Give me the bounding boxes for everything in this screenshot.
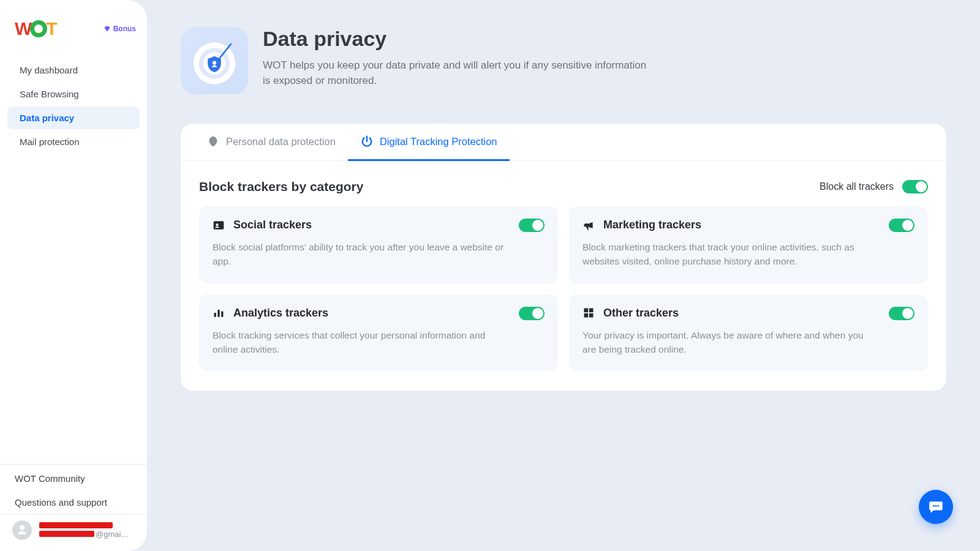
svg-rect-7 [214, 313, 216, 317]
tabs: Personal data protection Digital Trackin… [181, 124, 946, 161]
sidebar-footer: WOT Community Questions and support @gma… [0, 464, 147, 551]
svg-point-14 [933, 505, 935, 507]
block-all-row: Block all trackers [820, 180, 928, 193]
settings-panel: Personal data protection Digital Trackin… [181, 124, 946, 391]
tab-personal-data-protection[interactable]: Personal data protection [194, 124, 348, 161]
page-title: Data privacy [263, 27, 655, 51]
toggle-other-trackers[interactable] [889, 307, 914, 320]
card-desc: Block social platforms' ability to track… [213, 240, 545, 269]
user-meta: @gmai… [39, 522, 129, 539]
link-support[interactable]: Questions and support [15, 497, 132, 508]
page-header: Data privacy WOT helps you keep your dat… [181, 27, 946, 94]
megaphone-icon [582, 219, 595, 231]
header-illustration [181, 27, 248, 94]
tab-digital-tracking-protection[interactable]: Digital Tracking Protection [348, 124, 510, 161]
bar-chart-icon [213, 307, 225, 319]
user-email-redacted [39, 531, 94, 537]
nav-item-my-dashboard[interactable]: My dashboard [7, 59, 140, 81]
tab-label: Personal data protection [226, 136, 336, 148]
svg-point-3 [213, 61, 216, 64]
main-content: Data privacy WOT helps you keep your dat… [147, 0, 980, 551]
svg-rect-13 [589, 313, 594, 318]
grid-icon [582, 307, 595, 319]
card-other-trackers: Other trackers Your privacy is important… [569, 294, 928, 372]
brand-logo[interactable]: WT [15, 18, 57, 39]
svg-rect-8 [217, 310, 219, 317]
card-desc: Block tracking services that collect you… [213, 328, 545, 357]
svg-rect-10 [584, 309, 589, 313]
toggle-analytics-trackers[interactable] [519, 307, 545, 320]
card-social-trackers: Social trackers Block social platforms' … [199, 206, 558, 283]
toggle-marketing-trackers[interactable] [889, 219, 914, 232]
user-name-redacted [39, 522, 113, 528]
diamond-icon [104, 25, 111, 32]
sidebar: WT Bonus My dashboard Safe Browsing Data… [0, 0, 147, 551]
card-analytics-trackers: Analytics trackers Block tracking servic… [199, 294, 558, 372]
toggle-social-trackers[interactable] [519, 219, 545, 232]
block-all-label: Block all trackers [820, 181, 894, 192]
eye-shield-icon [206, 135, 220, 148]
nav-item-mail-protection[interactable]: Mail protection [7, 130, 140, 153]
section-header: Block trackers by category Block all tra… [199, 179, 928, 194]
user-bar[interactable]: @gmai… [0, 514, 147, 551]
link-community[interactable]: WOT Community [15, 473, 132, 484]
card-desc: Your privacy is important. Always be awa… [582, 328, 914, 357]
contact-card-icon [213, 219, 225, 231]
user-email-suffix: @gmai… [96, 530, 129, 539]
card-desc: Block marketing trackers that track your… [582, 240, 914, 269]
svg-point-16 [937, 505, 939, 507]
card-title: Marketing trackers [603, 219, 701, 231]
nav-item-data-privacy[interactable]: Data privacy [7, 107, 140, 129]
card-title: Other trackers [603, 307, 679, 320]
svg-rect-11 [589, 309, 594, 313]
tab-label: Digital Tracking Protection [380, 136, 497, 148]
card-marketing-trackers: Marketing trackers Block marketing track… [569, 206, 928, 283]
tracker-cards: Social trackers Block social platforms' … [199, 206, 928, 371]
chat-icon [928, 499, 944, 515]
page-subtitle: WOT helps you keep your data private and… [263, 58, 655, 88]
block-all-toggle[interactable] [902, 180, 928, 193]
section-title: Block trackers by category [199, 179, 363, 194]
svg-rect-12 [584, 313, 589, 318]
nav-item-safe-browsing[interactable]: Safe Browsing [7, 83, 140, 105]
avatar [12, 520, 32, 540]
svg-rect-9 [221, 312, 223, 317]
card-title: Analytics trackers [233, 307, 328, 320]
bonus-label: Bonus [113, 24, 136, 33]
power-icon [360, 135, 374, 148]
bonus-link[interactable]: Bonus [104, 24, 136, 33]
primary-nav: My dashboard Safe Browsing Data privacy … [0, 47, 147, 165]
svg-point-15 [935, 505, 937, 507]
svg-point-6 [216, 223, 218, 226]
sidebar-header: WT Bonus [0, 0, 147, 47]
chat-fab[interactable] [919, 490, 953, 524]
card-title: Social trackers [233, 219, 312, 231]
svg-rect-5 [214, 221, 224, 229]
